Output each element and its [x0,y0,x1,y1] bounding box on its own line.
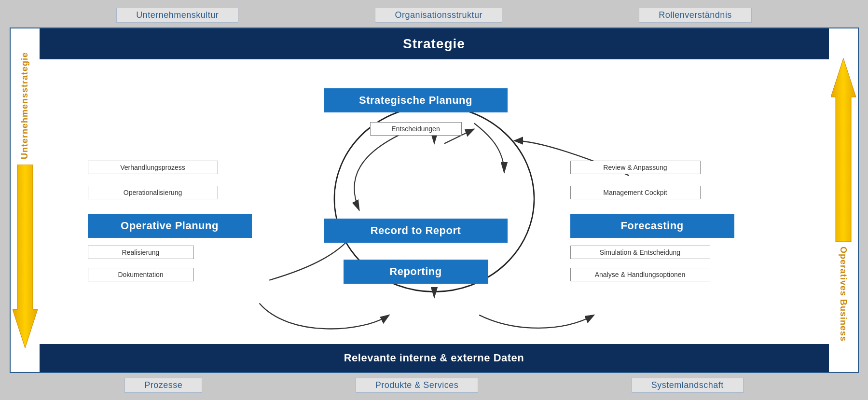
center-content: Strategie [40,28,829,372]
top-label-rollen: Rollenverständnis [639,8,752,23]
top-labels-row: Unternehmenskultur Organisationsstruktur… [10,5,859,26]
strategische-planung-box: Strategische Planung [324,88,508,112]
forecasting-box: Forecasting [570,214,734,238]
bottom-bar: Relevante interne & externe Daten [40,344,829,372]
top-label-kultur: Unternehmenskultur [116,8,238,23]
reporting-box: Reporting [344,260,488,284]
verhandlungsprozess-label: Verhandlungsprozess [88,161,218,174]
analyse-handlungsoptionen-label: Analyse & Handlungsoptionen [570,268,710,281]
operative-planung-box: Operative Planung [88,214,252,238]
bottom-label-prozesse: Prozesse [124,378,202,393]
left-arrow-down-icon [13,165,38,348]
realisierung-label: Realisierung [88,246,194,259]
bottom-label-produkte: Produkte & Services [356,378,479,393]
outer-wrapper: Unternehmenskultur Organisationsstruktur… [10,5,859,396]
strategy-bar: Strategie [40,28,829,59]
operationalisierung-label: Operationalisierung [88,186,218,199]
review-anpassung-label: Review & Anpassung [570,161,701,174]
simulation-entscheidung-label: Simulation & Entscheidung [570,246,710,259]
svg-marker-6 [831,58,856,242]
left-sidebar: Unternehmensstrategie [11,28,40,372]
top-label-organisation: Organisationsstruktur [375,8,502,23]
left-arrow-label: Unternehmensstrategie [20,52,30,159]
svg-marker-0 [13,165,38,348]
right-sidebar: Operatives Business [829,28,858,372]
diagram-area: Strategische Planung Entscheidungen Oper… [40,59,829,344]
right-arrow-label: Operatives Business [838,247,848,342]
dokumentation-label: Dokumentation [88,268,194,281]
bottom-label-systemlandschaft: Systemlandschaft [632,378,744,393]
entscheidungen-label: Entscheidungen [370,122,462,136]
management-cockpit-label: Management Cockpit [570,186,701,199]
bottom-labels-row: Prozesse Produkte & Services Systemlands… [10,375,859,396]
right-arrow-up-icon [831,58,856,242]
record-to-report-box: Record to Report [324,219,508,243]
main-container: Unternehmensstrategie Strategi [10,28,859,373]
